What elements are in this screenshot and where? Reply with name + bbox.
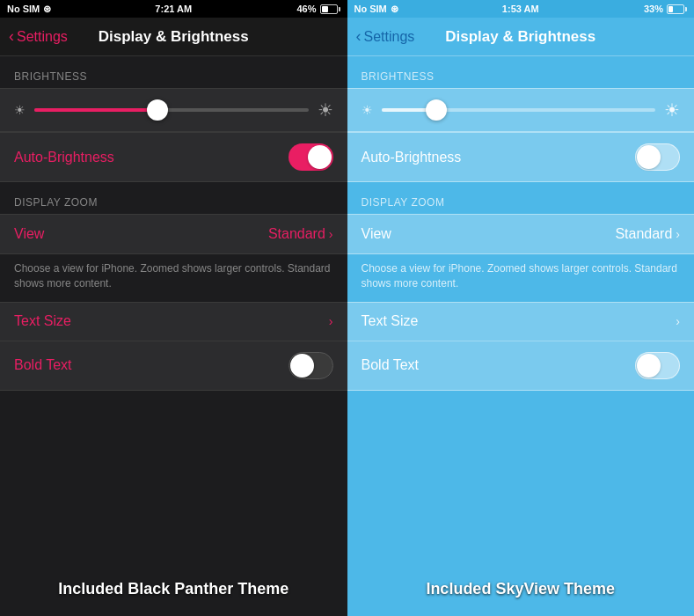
wifi-icon-dark: ⊛ <box>43 4 51 15</box>
brightness-track-dark[interactable] <box>34 108 309 112</box>
bold-text-label-dark: Bold Text <box>14 357 72 373</box>
back-button-dark[interactable]: ‹ Settings <box>9 27 68 46</box>
auto-brightness-toggle-light[interactable] <box>635 143 680 171</box>
display-zoom-group-light: View Standard › <box>347 214 695 254</box>
view-value-dark: Standard › <box>268 226 333 242</box>
auto-brightness-row-dark[interactable]: Auto-Brightness <box>0 133 347 181</box>
text-size-chevron-dark: › <box>329 314 333 328</box>
status-right-light: 33% <box>644 4 687 14</box>
nav-bar-light: ‹ Settings Display & Brightness <box>347 18 695 56</box>
auto-brightness-row-light[interactable]: Auto-Brightness <box>347 133 695 181</box>
carrier-label-light: No SIM <box>354 4 387 14</box>
battery-pct-dark: 46% <box>296 4 316 14</box>
time-light: 1:53 AM <box>502 4 539 14</box>
status-left-dark: No SIM ⊛ <box>7 4 51 15</box>
view-chevron-dark: › <box>329 227 333 241</box>
brightness-section-light: BRIGHTNESS <box>347 56 695 88</box>
back-button-light[interactable]: ‹ Settings <box>356 27 415 46</box>
view-row-dark[interactable]: View Standard › <box>0 215 347 253</box>
battery-pct-light: 33% <box>644 4 663 14</box>
carrier-label-dark: No SIM <box>7 4 40 14</box>
brightness-thumb-light[interactable] <box>426 99 447 121</box>
status-bar-dark: No SIM ⊛ 7:21 AM 46% <box>0 0 347 18</box>
back-chevron-dark: ‹ <box>9 27 14 46</box>
back-label-light: Settings <box>364 29 415 45</box>
auto-brightness-toggle-dark[interactable] <box>289 143 333 171</box>
time-dark: 7:21 AM <box>155 4 192 14</box>
auto-brightness-label-light: Auto-Brightness <box>362 150 462 165</box>
dark-panel: No SIM ⊛ 7:21 AM 46% ‹ Settings Display … <box>0 0 347 616</box>
light-panel: No SIM ⊛ 1:53 AM 33% ‹ Settings Display … <box>347 0 695 616</box>
bold-text-row-dark[interactable]: Bold Text <box>0 341 347 390</box>
nav-title-dark: Display & Brightness <box>99 28 249 46</box>
brightness-section-dark: BRIGHTNESS <box>0 56 347 88</box>
bold-text-row-light[interactable]: Bold Text <box>347 341 695 390</box>
bold-text-toggle-light[interactable] <box>635 352 680 379</box>
status-bar-light: No SIM ⊛ 1:53 AM 33% <box>347 0 695 18</box>
sun-large-icon-light: ☀ <box>664 99 680 121</box>
view-label-dark: View <box>14 226 44 242</box>
battery-light <box>667 4 687 14</box>
auto-brightness-group-dark: Auto-Brightness <box>0 132 347 182</box>
view-description-light: Choose a view for iPhone. Zoomed shows l… <box>347 254 695 302</box>
text-settings-group-light: Text Size › Bold Text <box>347 302 695 391</box>
view-value-light: Standard › <box>615 226 680 242</box>
light-panel-bottom-label: Included SkyView Theme <box>347 580 695 598</box>
bold-text-label-light: Bold Text <box>362 357 420 373</box>
brightness-track-light[interactable] <box>382 108 656 112</box>
dark-panel-bottom-label: Included Black Panther Theme <box>0 580 347 598</box>
text-size-row-dark[interactable]: Text Size › <box>0 303 347 341</box>
battery-dark <box>320 4 340 14</box>
sun-small-icon-dark: ☀ <box>14 103 26 117</box>
display-zoom-section-light: DISPLAY ZOOM <box>347 182 695 214</box>
view-label-light: View <box>362 226 391 242</box>
view-row-light[interactable]: View Standard › <box>347 215 695 253</box>
status-right-dark: 46% <box>296 4 340 14</box>
back-chevron-light: ‹ <box>356 27 362 46</box>
text-size-row-light[interactable]: Text Size › <box>347 303 695 341</box>
display-zoom-group-dark: View Standard › <box>0 214 347 254</box>
sun-large-icon-dark: ☀ <box>318 99 333 121</box>
brightness-fill-dark <box>34 108 157 112</box>
nav-bar-dark: ‹ Settings Display & Brightness <box>0 18 347 56</box>
text-size-chevron-light: › <box>676 314 680 328</box>
display-zoom-section-dark: DISPLAY ZOOM <box>0 182 347 214</box>
text-size-label-dark: Text Size <box>14 313 71 329</box>
brightness-thumb-dark[interactable] <box>147 99 168 121</box>
text-settings-group-dark: Text Size › Bold Text <box>0 302 347 391</box>
back-label-dark: Settings <box>17 29 68 45</box>
auto-brightness-group-light: Auto-Brightness <box>347 132 695 182</box>
sun-small-icon-light: ☀ <box>362 103 373 117</box>
view-chevron-light: › <box>676 227 680 241</box>
wifi-icon-light: ⊛ <box>391 4 398 15</box>
status-left-light: No SIM ⊛ <box>354 4 398 15</box>
text-size-label-light: Text Size <box>362 313 419 329</box>
brightness-slider-row-dark[interactable]: ☀ ☀ <box>0 88 347 132</box>
nav-title-light: Display & Brightness <box>445 28 595 46</box>
auto-brightness-label-dark: Auto-Brightness <box>14 150 114 165</box>
view-description-dark: Choose a view for iPhone. Zoomed shows l… <box>0 254 347 302</box>
bold-text-toggle-dark[interactable] <box>289 352 333 379</box>
brightness-slider-row-light[interactable]: ☀ ☀ <box>347 88 695 132</box>
